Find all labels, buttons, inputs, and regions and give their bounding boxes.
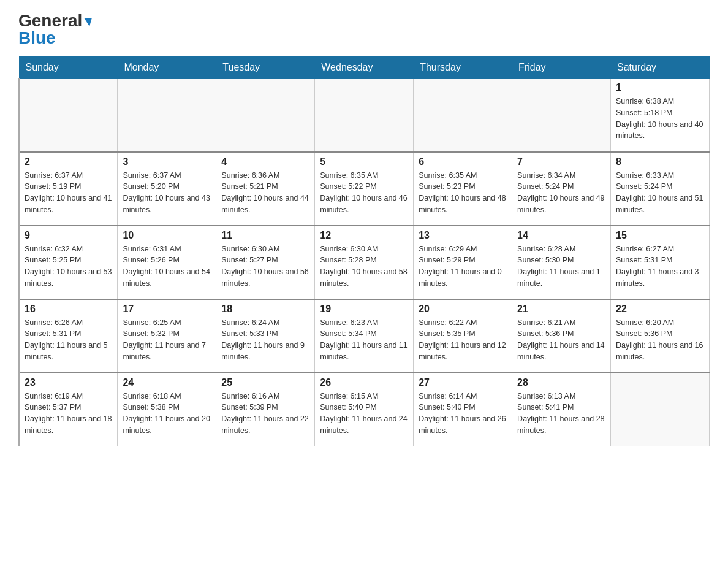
calendar-week-row: 16Sunrise: 6:26 AM Sunset: 5:31 PM Dayli…	[19, 299, 710, 373]
day-number: 26	[320, 377, 408, 388]
calendar-cell: 19Sunrise: 6:23 AM Sunset: 5:34 PM Dayli…	[315, 299, 414, 373]
calendar-cell: 15Sunrise: 6:27 AM Sunset: 5:31 PM Dayli…	[611, 226, 710, 299]
calendar-cell: 21Sunrise: 6:21 AM Sunset: 5:36 PM Dayli…	[512, 299, 611, 373]
calendar-cell: 8Sunrise: 6:33 AM Sunset: 5:24 PM Daylig…	[611, 152, 710, 226]
calendar-cell	[216, 79, 315, 152]
calendar-week-row: 2Sunrise: 6:37 AM Sunset: 5:19 PM Daylig…	[19, 152, 710, 226]
day-info: Sunrise: 6:20 AM Sunset: 5:36 PM Dayligh…	[616, 317, 704, 363]
day-number: 22	[616, 304, 704, 315]
calendar-week-row: 9Sunrise: 6:32 AM Sunset: 5:25 PM Daylig…	[19, 226, 710, 299]
day-number: 23	[25, 377, 112, 388]
day-header-sunday: Sunday	[19, 57, 118, 79]
day-number: 9	[25, 230, 112, 241]
day-info: Sunrise: 6:37 AM Sunset: 5:20 PM Dayligh…	[123, 170, 211, 216]
calendar-cell: 11Sunrise: 6:30 AM Sunset: 5:27 PM Dayli…	[216, 226, 315, 299]
calendar-cell: 18Sunrise: 6:24 AM Sunset: 5:33 PM Dayli…	[216, 299, 315, 373]
day-header-monday: Monday	[118, 57, 216, 79]
day-number: 28	[517, 377, 605, 388]
day-info: Sunrise: 6:37 AM Sunset: 5:19 PM Dayligh…	[25, 170, 112, 216]
day-info: Sunrise: 6:35 AM Sunset: 5:23 PM Dayligh…	[419, 170, 507, 216]
day-info: Sunrise: 6:25 AM Sunset: 5:32 PM Dayligh…	[123, 317, 211, 363]
day-number: 3	[123, 156, 211, 167]
calendar-cell: 28Sunrise: 6:13 AM Sunset: 5:41 PM Dayli…	[512, 373, 611, 446]
logo-general-text: General	[18, 12, 92, 29]
calendar-cell: 2Sunrise: 6:37 AM Sunset: 5:19 PM Daylig…	[19, 152, 118, 226]
calendar-cell: 10Sunrise: 6:31 AM Sunset: 5:26 PM Dayli…	[118, 226, 216, 299]
calendar-cell: 12Sunrise: 6:30 AM Sunset: 5:28 PM Dayli…	[315, 226, 414, 299]
day-number: 5	[320, 156, 408, 167]
day-info: Sunrise: 6:33 AM Sunset: 5:24 PM Dayligh…	[616, 170, 704, 216]
day-number: 8	[616, 156, 704, 167]
day-info: Sunrise: 6:24 AM Sunset: 5:33 PM Dayligh…	[221, 317, 309, 363]
day-info: Sunrise: 6:28 AM Sunset: 5:30 PM Dayligh…	[517, 243, 605, 289]
page-header: General Blue	[18, 12, 710, 47]
day-number: 21	[517, 304, 605, 315]
day-number: 24	[123, 377, 211, 388]
day-info: Sunrise: 6:31 AM Sunset: 5:26 PM Dayligh…	[123, 243, 211, 289]
day-number: 19	[320, 304, 408, 315]
calendar-cell: 17Sunrise: 6:25 AM Sunset: 5:32 PM Dayli…	[118, 299, 216, 373]
calendar-cell: 5Sunrise: 6:35 AM Sunset: 5:22 PM Daylig…	[315, 152, 414, 226]
calendar-cell: 24Sunrise: 6:18 AM Sunset: 5:38 PM Dayli…	[118, 373, 216, 446]
calendar-cell: 23Sunrise: 6:19 AM Sunset: 5:37 PM Dayli…	[19, 373, 118, 446]
logo-blue-text: Blue	[18, 29, 56, 47]
day-number: 14	[517, 230, 605, 241]
calendar-cell: 14Sunrise: 6:28 AM Sunset: 5:30 PM Dayli…	[512, 226, 611, 299]
day-number: 10	[123, 230, 211, 241]
calendar-cell: 7Sunrise: 6:34 AM Sunset: 5:24 PM Daylig…	[512, 152, 611, 226]
day-header-saturday: Saturday	[611, 57, 710, 79]
day-info: Sunrise: 6:36 AM Sunset: 5:21 PM Dayligh…	[221, 170, 309, 216]
day-number: 25	[221, 377, 309, 388]
day-header-wednesday: Wednesday	[315, 57, 414, 79]
day-info: Sunrise: 6:21 AM Sunset: 5:36 PM Dayligh…	[517, 317, 605, 363]
day-info: Sunrise: 6:38 AM Sunset: 5:18 PM Dayligh…	[616, 96, 704, 142]
calendar-cell: 13Sunrise: 6:29 AM Sunset: 5:29 PM Dayli…	[414, 226, 512, 299]
day-info: Sunrise: 6:22 AM Sunset: 5:35 PM Dayligh…	[419, 317, 507, 363]
day-number: 16	[25, 304, 112, 315]
calendar-cell	[19, 79, 118, 152]
day-header-thursday: Thursday	[414, 57, 512, 79]
header-row: SundayMondayTuesdayWednesdayThursdayFrid…	[19, 57, 710, 79]
day-info: Sunrise: 6:13 AM Sunset: 5:41 PM Dayligh…	[517, 391, 605, 437]
calendar-cell: 3Sunrise: 6:37 AM Sunset: 5:20 PM Daylig…	[118, 152, 216, 226]
day-info: Sunrise: 6:30 AM Sunset: 5:28 PM Dayligh…	[320, 243, 408, 289]
calendar-cell	[118, 79, 216, 152]
day-number: 11	[221, 230, 309, 241]
calendar-cell: 20Sunrise: 6:22 AM Sunset: 5:35 PM Dayli…	[414, 299, 512, 373]
day-number: 18	[221, 304, 309, 315]
calendar-cell: 9Sunrise: 6:32 AM Sunset: 5:25 PM Daylig…	[19, 226, 118, 299]
day-info: Sunrise: 6:26 AM Sunset: 5:31 PM Dayligh…	[25, 317, 112, 363]
calendar-cell	[414, 79, 512, 152]
day-info: Sunrise: 6:18 AM Sunset: 5:38 PM Dayligh…	[123, 391, 211, 437]
calendar-week-row: 23Sunrise: 6:19 AM Sunset: 5:37 PM Dayli…	[19, 373, 710, 446]
day-header-friday: Friday	[512, 57, 611, 79]
day-number: 6	[419, 156, 507, 167]
day-number: 1	[616, 82, 704, 93]
calendar-cell: 1Sunrise: 6:38 AM Sunset: 5:18 PM Daylig…	[611, 79, 710, 152]
day-info: Sunrise: 6:14 AM Sunset: 5:40 PM Dayligh…	[419, 391, 507, 437]
day-number: 2	[25, 156, 112, 167]
day-info: Sunrise: 6:23 AM Sunset: 5:34 PM Dayligh…	[320, 317, 408, 363]
day-number: 4	[221, 156, 309, 167]
calendar-cell: 4Sunrise: 6:36 AM Sunset: 5:21 PM Daylig…	[216, 152, 315, 226]
day-number: 15	[616, 230, 704, 241]
calendar-cell	[512, 79, 611, 152]
day-info: Sunrise: 6:19 AM Sunset: 5:37 PM Dayligh…	[25, 391, 112, 437]
day-header-tuesday: Tuesday	[216, 57, 315, 79]
day-number: 20	[419, 304, 507, 315]
calendar-cell: 6Sunrise: 6:35 AM Sunset: 5:23 PM Daylig…	[414, 152, 512, 226]
day-number: 7	[517, 156, 605, 167]
day-info: Sunrise: 6:16 AM Sunset: 5:39 PM Dayligh…	[221, 391, 309, 437]
calendar-cell: 26Sunrise: 6:15 AM Sunset: 5:40 PM Dayli…	[315, 373, 414, 446]
day-info: Sunrise: 6:15 AM Sunset: 5:40 PM Dayligh…	[320, 391, 408, 437]
calendar-table: SundayMondayTuesdayWednesdayThursdayFrid…	[18, 56, 710, 446]
calendar-cell: 27Sunrise: 6:14 AM Sunset: 5:40 PM Dayli…	[414, 373, 512, 446]
day-number: 17	[123, 304, 211, 315]
day-number: 27	[419, 377, 507, 388]
calendar-cell	[611, 373, 710, 446]
calendar-cell: 25Sunrise: 6:16 AM Sunset: 5:39 PM Dayli…	[216, 373, 315, 446]
calendar-cell: 22Sunrise: 6:20 AM Sunset: 5:36 PM Dayli…	[611, 299, 710, 373]
calendar-cell	[315, 79, 414, 152]
day-number: 12	[320, 230, 408, 241]
day-info: Sunrise: 6:30 AM Sunset: 5:27 PM Dayligh…	[221, 243, 309, 289]
